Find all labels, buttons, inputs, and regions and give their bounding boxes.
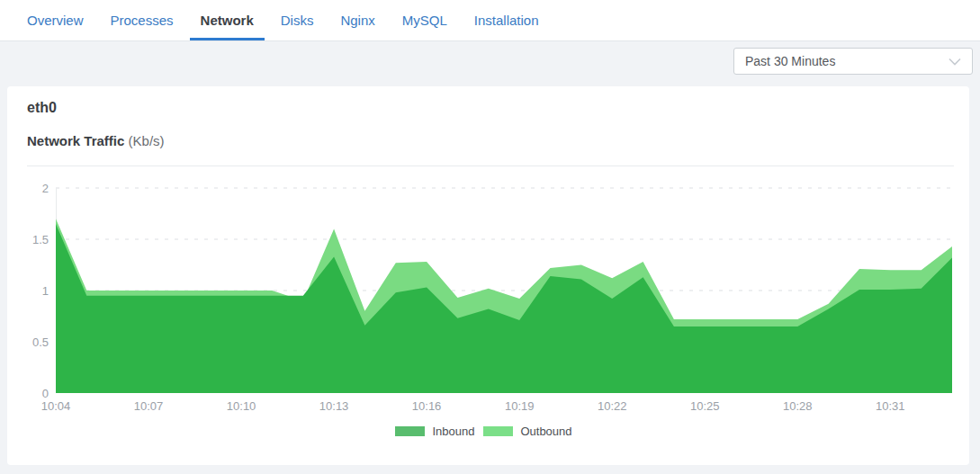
interface-title: eth0 bbox=[27, 100, 57, 116]
svg-text:1.5: 1.5 bbox=[32, 233, 49, 246]
tab-disks[interactable]: Disks bbox=[270, 0, 325, 40]
chart-title-text: Network Traffic bbox=[27, 133, 124, 148]
tab-overview[interactable]: Overview bbox=[16, 0, 94, 40]
legend-swatch-inbound-icon bbox=[395, 426, 425, 436]
tab-nginx[interactable]: Nginx bbox=[329, 0, 385, 40]
chevron-down-icon bbox=[949, 58, 961, 66]
chart-title: Network Traffic (Kb/s) bbox=[27, 133, 165, 148]
svg-text:2: 2 bbox=[42, 182, 49, 195]
svg-text:10:10: 10:10 bbox=[227, 399, 256, 413]
svg-text:10:13: 10:13 bbox=[319, 399, 349, 413]
legend-swatch-outbound-icon bbox=[483, 426, 513, 436]
chart-legend: Inbound Outbound bbox=[7, 425, 969, 438]
svg-text:10:19: 10:19 bbox=[505, 399, 535, 413]
tab-installation[interactable]: Installation bbox=[463, 0, 550, 40]
toolbar: Past 30 Minutes bbox=[0, 41, 980, 86]
divider bbox=[27, 165, 954, 166]
svg-text:10:22: 10:22 bbox=[598, 399, 627, 413]
svg-text:1: 1 bbox=[42, 284, 49, 298]
tab-network[interactable]: Network bbox=[190, 0, 265, 40]
chart-title-unit: (Kb/s) bbox=[129, 133, 165, 148]
svg-text:10:28: 10:28 bbox=[783, 399, 813, 413]
svg-text:10:31: 10:31 bbox=[876, 399, 905, 413]
tab-bar: Overview Processes Network Disks Nginx M… bbox=[0, 0, 980, 41]
svg-text:10:16: 10:16 bbox=[412, 399, 442, 413]
legend-label-inbound: Inbound bbox=[432, 425, 474, 438]
svg-text:10:04: 10:04 bbox=[41, 399, 71, 413]
tab-processes[interactable]: Processes bbox=[100, 0, 184, 40]
svg-text:0: 0 bbox=[42, 387, 49, 400]
legend-label-outbound: Outbound bbox=[520, 425, 571, 438]
network-traffic-chart: 00.511.5210:0410:0710:1010:1310:1610:191… bbox=[7, 175, 969, 418]
svg-text:10:25: 10:25 bbox=[690, 399, 720, 413]
svg-text:0.5: 0.5 bbox=[32, 335, 49, 349]
network-panel: eth0 Network Traffic (Kb/s) 00.511.5210:… bbox=[7, 86, 969, 465]
tab-mysql[interactable]: MySQL bbox=[391, 0, 458, 40]
svg-text:10:07: 10:07 bbox=[134, 399, 164, 413]
time-range-select[interactable]: Past 30 Minutes bbox=[733, 48, 973, 75]
time-range-value: Past 30 Minutes bbox=[745, 54, 949, 68]
